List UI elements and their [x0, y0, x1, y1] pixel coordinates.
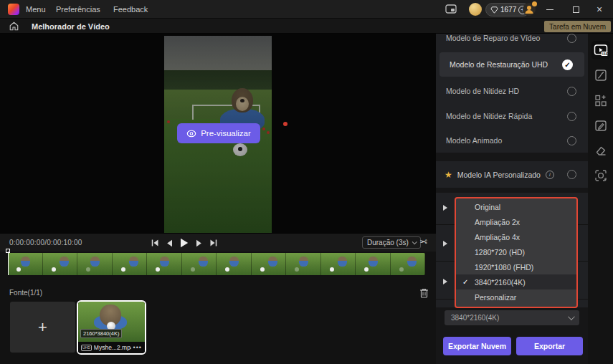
radio-icon[interactable]: [567, 112, 576, 121]
chevron-down-icon: [568, 313, 575, 320]
sub-header: Melhorador de Vídeo Tarefa em Nuvem: [0, 19, 613, 34]
next-frame-icon[interactable]: [196, 239, 202, 247]
previous-frame-icon[interactable]: [166, 239, 173, 247]
playhead[interactable]: [8, 252, 9, 275]
source-resolution-badge: 2160*3840(4K): [80, 329, 122, 338]
radio-icon[interactable]: [567, 170, 576, 179]
tool-edit-icon[interactable]: [591, 116, 610, 135]
app-logo-icon: [8, 4, 19, 15]
home-icon[interactable]: [9, 21, 20, 32]
skip-end-icon[interactable]: [209, 239, 218, 247]
resolution-option-2x[interactable]: Ampliação 2x: [456, 214, 576, 229]
eye-icon: [186, 130, 196, 138]
play-button-icon[interactable]: [180, 238, 189, 248]
resolution-select-value: 3840*2160(4K): [451, 314, 499, 322]
star-icon: ★: [445, 170, 452, 180]
expand-arrow-icon[interactable]: [443, 205, 447, 211]
tool-video-enhance-uhd-icon[interactable]: UHD: [591, 41, 610, 59]
film-frame: [286, 253, 321, 275]
resolution-option-fhd[interactable]: 1920*1080 (FHD): [456, 259, 576, 274]
source-thumbnail-card[interactable]: 2160*3840(4K) UHD Myshe...2.mp4 •••: [77, 300, 146, 355]
tool-watermark-eraser-icon[interactable]: [591, 141, 610, 160]
preview-button-label: Pre-visualizar: [201, 129, 251, 138]
notification-dot: [532, 1, 537, 6]
minimize-button[interactable]: [545, 4, 555, 14]
export-button[interactable]: Exportar: [516, 337, 583, 355]
cloud-task-button[interactable]: Tarefa em Nuvem: [544, 21, 611, 32]
close-button[interactable]: ×: [594, 4, 604, 14]
credits-diamond-icon: [490, 6, 498, 14]
model-option-anime[interactable]: Modelo Animado: [436, 128, 588, 153]
film-frame: [217, 253, 252, 275]
tool-ai-generate-icon[interactable]: [591, 91, 610, 110]
film-frame: [252, 253, 287, 275]
expand-arrow-icon[interactable]: [443, 279, 447, 284]
filmstrip[interactable]: [8, 253, 425, 275]
custom-ai-model-row[interactable]: ★ Modelo IA Personalizado i: [436, 161, 588, 188]
timecode: 0:00:00:00/0:00:10:00: [9, 239, 82, 246]
resolution-dropdown: Original Ampliação 2x Ampliação 4x 1280*…: [455, 197, 578, 308]
model-list: Modelo de Reparo de Vídeo Modelo de Rest…: [436, 34, 588, 153]
page-title: Melhorador de Vídeo: [32, 22, 110, 31]
film-frame: [182, 253, 217, 275]
red-marker-dot: [283, 122, 288, 126]
export-cloud-button[interactable]: Exportar Nuvem: [443, 337, 511, 355]
tool-face-restore-icon[interactable]: [591, 166, 610, 185]
preview-button[interactable]: Pre-visualizar: [177, 123, 260, 143]
svg-text:UHD: UHD: [602, 52, 608, 56]
title-bar: Menu Preferências Feedback 1677 + ×: [0, 0, 613, 19]
screen-cast-icon[interactable]: [445, 4, 457, 14]
cut-scissors-icon[interactable]: ✂: [419, 236, 427, 247]
tool-frame-interpolation-icon[interactable]: [591, 66, 610, 85]
uhd-badge-icon: UHD: [81, 345, 92, 351]
model-option-hd-sharp[interactable]: Modelo de Nitidez HD: [436, 79, 588, 103]
menu-button[interactable]: Menu: [26, 5, 46, 14]
chevron-down-icon: [412, 239, 417, 244]
model-option-uhd-restore[interactable]: Modelo de Restauração UHD ✓: [439, 52, 584, 77]
radio-icon[interactable]: [567, 87, 576, 96]
app-window: Menu Preferências Feedback 1677 + × Melh…: [0, 0, 613, 364]
settings-panel: Modelo de Reparo de Vídeo Modelo de Rest…: [436, 34, 588, 364]
source-file-name: Myshe...2.mp4: [94, 344, 131, 351]
checkmark-icon: ✓: [462, 278, 468, 286]
film-frame: [391, 253, 426, 275]
film-frame: [8, 253, 43, 275]
duration-value: Duração (3s): [367, 239, 409, 246]
model-option-repair[interactable]: Modelo de Reparo de Vídeo: [436, 34, 588, 50]
film-frame: [113, 253, 148, 275]
resolution-option-hd[interactable]: 1280*720 (HD): [456, 244, 576, 259]
timeline-bar: 0:00:00:00/0:00:10:00 Duração (3s) ✂: [0, 233, 436, 252]
source-file-bar: UHD Myshe...2.mp4 •••: [78, 342, 145, 353]
film-frame: [321, 253, 356, 275]
add-source-button[interactable]: +: [10, 302, 75, 353]
film-frame: [147, 253, 182, 275]
resolution-option-original[interactable]: Original: [456, 199, 576, 214]
info-icon[interactable]: i: [546, 171, 554, 179]
resolution-option-custom[interactable]: Personalizar: [456, 289, 576, 305]
skip-start-icon[interactable]: [151, 239, 159, 247]
account-avatar[interactable]: [523, 3, 536, 16]
expand-arrow-icon[interactable]: [443, 241, 447, 246]
more-options-icon[interactable]: •••: [133, 344, 142, 351]
preview-canvas: Pre-visualizar: [0, 34, 436, 233]
radio-icon[interactable]: [567, 136, 576, 145]
duration-select[interactable]: Duração (3s): [362, 236, 421, 249]
credits-count: 1677: [500, 6, 516, 14]
feedback-button[interactable]: Feedback: [113, 5, 148, 14]
resolution-option-4k[interactable]: ✓ 3840*2160(4K): [456, 274, 576, 289]
resolution-select[interactable]: 3840*2160(4K): [445, 310, 579, 325]
bottom-panel: Fonte(1/1) + 2160*3840(4K) UHD Myshe...2…: [0, 252, 436, 364]
maximize-button[interactable]: [571, 4, 581, 14]
resolution-option-4x[interactable]: Ampliação 4x: [456, 229, 576, 244]
film-frame: [356, 253, 391, 275]
radio-icon[interactable]: [567, 34, 576, 43]
film-frame: [43, 253, 78, 275]
transport-controls: [151, 236, 218, 249]
model-option-fast-sharp[interactable]: Modelo de Nitidez Rápida: [436, 104, 588, 128]
selected-check-icon: ✓: [562, 59, 573, 70]
coin-icon[interactable]: [469, 3, 482, 16]
preferences-button[interactable]: Preferências: [56, 5, 100, 14]
film-frame: [77, 253, 113, 275]
tool-strip: UHD: [588, 34, 613, 364]
trash-icon[interactable]: [419, 288, 429, 298]
